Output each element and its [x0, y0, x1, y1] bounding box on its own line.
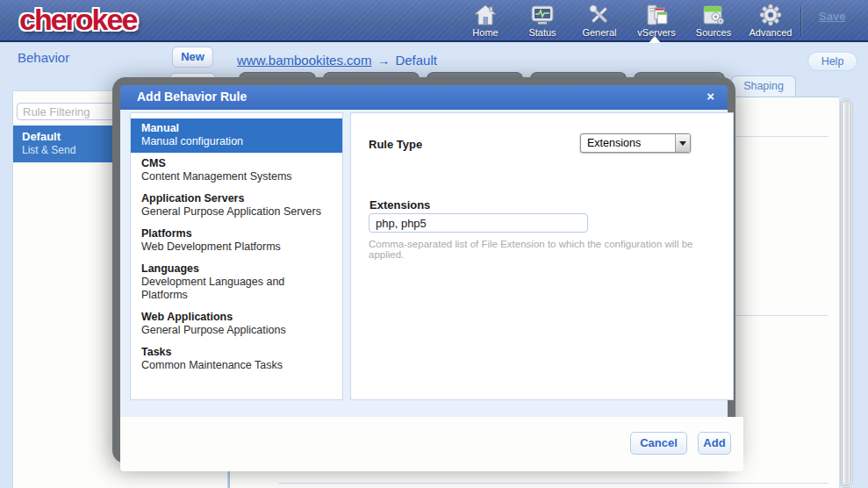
- rule-category-list: Manual Manual configuration CMS Content …: [130, 112, 343, 400]
- status-icon: [531, 4, 554, 26]
- nav-item-home[interactable]: Home: [460, 4, 511, 38]
- extensions-label: Extensions: [369, 198, 430, 212]
- category-item-languages[interactable]: Languages Development Languages and Plat…: [131, 259, 342, 306]
- dialog-title: Add Behavior Rule: [137, 90, 247, 104]
- category-title: Web Applications: [141, 311, 332, 324]
- extensions-input[interactable]: [369, 213, 588, 233]
- breadcrumb-current-page: Default: [395, 53, 437, 68]
- general-icon: [588, 4, 611, 26]
- category-subtitle: General Purpose Applications: [141, 324, 332, 337]
- category-subtitle: General Purpose Application Servers: [141, 205, 332, 219]
- scrollbar-track[interactable]: [840, 98, 853, 488]
- category-subtitle: Development Languages and Platforms: [141, 276, 332, 302]
- nav-item-status[interactable]: Status: [517, 4, 568, 38]
- section-divider: [278, 483, 829, 484]
- category-subtitle: Web Development Platforms: [141, 240, 332, 254]
- nav-label: Advanced: [750, 27, 793, 38]
- category-subtitle: Manual configuration: [141, 135, 332, 148]
- category-item-application-servers[interactable]: Application Servers General Purpose Appl…: [131, 189, 342, 223]
- cancel-button[interactable]: Cancel: [630, 432, 687, 455]
- new-rule-button[interactable]: New: [172, 47, 213, 68]
- active-section-indicator: [649, 36, 661, 43]
- rule-form-panel: Rule Type Extensions Extensions Comma-se…: [350, 112, 734, 400]
- save-link[interactable]: Save: [819, 10, 845, 23]
- category-title: Tasks: [141, 346, 332, 359]
- nav-item-sources[interactable]: Sources: [688, 4, 739, 38]
- extensions-help-text: Comma-separated list of File Extension t…: [369, 239, 724, 260]
- nav-divider: [800, 6, 801, 36]
- breadcrumb-arrow: →: [377, 53, 390, 68]
- category-title: Manual: [141, 122, 332, 135]
- chevron-down-icon: [679, 141, 686, 146]
- cherokee-admin-app: cherokee Home Status: [0, 0, 868, 488]
- add-button[interactable]: Add: [698, 432, 731, 455]
- home-icon: [474, 4, 497, 26]
- nav-label: Status: [528, 27, 556, 38]
- breadcrumb: www.bambookites.com→Default: [237, 53, 437, 68]
- category-subtitle: Content Management Systems: [141, 170, 332, 183]
- cherokee-logo[interactable]: cherokee: [19, 3, 136, 37]
- category-subtitle: Common Maintenance Tasks: [141, 359, 332, 372]
- category-title: Languages: [141, 262, 332, 276]
- rule-type-label: Rule Type: [369, 138, 422, 151]
- category-title: Application Servers: [141, 192, 332, 205]
- category-item-web-applications[interactable]: Web Applications General Purpose Applica…: [131, 307, 342, 341]
- tab-shaping[interactable]: Shaping: [731, 75, 796, 97]
- select-dropdown-button[interactable]: [675, 134, 690, 152]
- nav-label: General: [582, 27, 616, 38]
- add-behavior-rule-dialog: Add Behavior Rule × Manual Manual config…: [112, 77, 735, 463]
- nav-item-general[interactable]: General: [574, 4, 625, 38]
- rule-type-selected-value: Extensions: [581, 134, 675, 152]
- nav-item-advanced[interactable]: Advanced: [745, 4, 796, 38]
- category-title: Platforms: [141, 227, 332, 240]
- help-button[interactable]: Help: [807, 52, 857, 71]
- sources-icon: [702, 4, 725, 26]
- scrollbar-thumb[interactable]: [842, 100, 851, 486]
- category-item-tasks[interactable]: Tasks Common Maintenance Tasks: [131, 342, 342, 377]
- top-nav-bar: cherokee Home Status: [0, 0, 868, 42]
- category-title: CMS: [141, 157, 332, 170]
- nav-items: Home Status: [460, 4, 796, 38]
- breadcrumb-site-link[interactable]: www.bambookites.com: [237, 53, 371, 68]
- close-icon[interactable]: ×: [707, 89, 714, 104]
- category-item-cms[interactable]: CMS Content Management Systems: [131, 154, 342, 188]
- page-title: Behavior: [18, 50, 69, 65]
- nav-label: Home: [472, 27, 498, 38]
- nav-item-vservers[interactable]: vServers: [631, 4, 682, 38]
- nav-label: Sources: [696, 27, 731, 38]
- category-item-platforms[interactable]: Platforms Web Development Platforms: [131, 224, 342, 258]
- advanced-icon: [759, 4, 782, 26]
- dialog-footer: Cancel Add: [120, 417, 743, 471]
- category-item-manual[interactable]: Manual Manual configuration: [131, 118, 342, 153]
- dialog-header: Add Behavior Rule ×: [120, 85, 728, 110]
- dialog-body: Manual Manual configuration CMS Content …: [120, 110, 743, 417]
- rule-type-select[interactable]: Extensions: [580, 133, 691, 153]
- vservers-icon: [645, 4, 668, 26]
